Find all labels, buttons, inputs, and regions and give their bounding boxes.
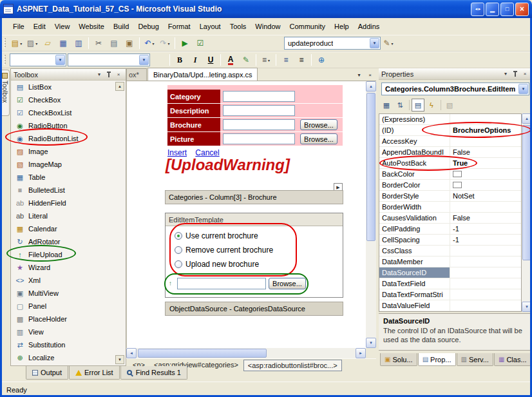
property-value[interactable]: [450, 278, 521, 289]
property-value[interactable]: [450, 202, 521, 212]
scroll-down-button[interactable]: ▼: [366, 338, 376, 348]
document-tab-active[interactable]: BinaryData/Upd...leting.aspx.cs: [147, 68, 258, 81]
alphabetical-button[interactable]: ⇅: [394, 99, 406, 111]
window-menu-button[interactable]: ▾: [95, 70, 104, 79]
menu-item-community[interactable]: Community: [285, 19, 330, 34]
property-row-cellspacing[interactable]: CellSpacing-1: [379, 235, 521, 246]
toolbox-item-radiobutton[interactable]: ◉RadioButton: [11, 119, 126, 132]
property-value[interactable]: False: [450, 213, 521, 223]
property-row-accesskey[interactable]: AccessKey: [379, 136, 521, 147]
close-panel-button[interactable]: ×: [520, 70, 529, 79]
browse-button[interactable]: Browse...: [300, 119, 337, 130]
panel-tab-solu[interactable]: ▣Solu...: [380, 353, 417, 366]
font-combo[interactable]: ▼: [68, 53, 150, 66]
toolbox-item-hiddenfield[interactable]: abHiddenField: [11, 197, 126, 209]
toolbox-item-placeholder[interactable]: ▩PlaceHolder: [11, 313, 126, 325]
property-row-appenddataboundi[interactable]: AppendDataBoundIFalse: [379, 147, 521, 158]
toolbox-item-image[interactable]: ▨Image: [11, 145, 126, 158]
bulleted-list-button[interactable]: ≡: [294, 53, 309, 66]
property-value[interactable]: -1: [450, 224, 521, 234]
property-value[interactable]: -1: [450, 235, 521, 245]
scroll-right-button[interactable]: ►: [356, 348, 366, 358]
font-color-button[interactable]: A: [223, 53, 238, 66]
chevron-down-icon[interactable]: ▼: [370, 38, 379, 48]
vertical-scrollbar[interactable]: ▲ ▼: [366, 81, 376, 348]
menu-item-layout[interactable]: Layout: [195, 19, 225, 34]
bottom-tab-output[interactable]: Output: [26, 366, 68, 380]
menu-item-window[interactable]: Window: [251, 19, 285, 34]
property-row-backcolor[interactable]: BackColor: [379, 169, 521, 180]
new-website-button[interactable]: ▤▾: [10, 37, 24, 50]
property-value[interactable]: [450, 257, 521, 267]
toolbox-item-checkboxlist[interactable]: ☑CheckBoxList: [11, 106, 126, 119]
property-row-expressions[interactable]: (Expressions): [379, 114, 521, 125]
scroll-down-button[interactable]: ▼: [115, 355, 124, 364]
window-menu-button[interactable]: ▾: [501, 70, 510, 79]
field-textbox[interactable]: [223, 119, 295, 130]
toolbox-item-literal[interactable]: abLiteral: [11, 209, 126, 222]
field-textbox[interactable]: [223, 105, 295, 116]
toolbox-item-table[interactable]: ▦Table: [11, 171, 126, 184]
property-value[interactable]: False: [450, 147, 521, 157]
panel-tab-serv[interactable]: ▥Serv...: [457, 353, 493, 366]
property-value[interactable]: [450, 246, 521, 256]
toolbox-item-substitution[interactable]: ⇄Substitution: [11, 338, 126, 351]
panel-tab-clas[interactable]: ▦Clas...: [494, 353, 531, 366]
undo-button[interactable]: ↶▾: [142, 37, 157, 50]
property-row-id[interactable]: (ID)BrochureOptions: [379, 125, 521, 136]
menu-item-debug[interactable]: Debug: [133, 19, 163, 34]
menu-item-edit[interactable]: Edit: [29, 19, 50, 34]
scrollbar-thumb[interactable]: [138, 349, 267, 358]
add-item-button[interactable]: ▨▾: [25, 37, 39, 50]
menu-item-format[interactable]: Format: [164, 19, 195, 34]
toolbox-item-calendar[interactable]: ▦Calendar: [11, 222, 126, 235]
events-button[interactable]: ϟ: [425, 99, 438, 111]
chevron-down-icon[interactable]: ▼: [518, 84, 528, 94]
toolbox-item-xml[interactable]: <>Xml: [11, 274, 126, 287]
close-panel-button[interactable]: ×: [114, 70, 123, 79]
property-value[interactable]: [450, 114, 521, 124]
toolbox-item-radiobuttonlist[interactable]: ◉RadioButtonList: [11, 132, 126, 145]
toolbox-item-checkbox[interactable]: ☑CheckBox: [11, 93, 126, 106]
property-value[interactable]: [450, 136, 521, 146]
radio-option-upload-new-brochure[interactable]: Upload new brochure: [175, 257, 273, 271]
close-button[interactable]: ×: [515, 3, 529, 16]
radio-option-remove-current-brochure[interactable]: Remove current brochure: [175, 243, 273, 257]
toolbar-combobox[interactable]: updateproduct ▼: [284, 37, 381, 50]
property-row-datavaluefield[interactable]: DataValueField: [379, 300, 521, 311]
toolbox-item-imagemap[interactable]: ▧ImageMap: [11, 158, 126, 171]
menu-item-help[interactable]: Help: [330, 19, 354, 34]
toolbox-item-listbox[interactable]: ▤ListBox: [11, 81, 126, 93]
property-row-cellpadding[interactable]: CellPadding-1: [379, 224, 521, 235]
close-document-button[interactable]: ×: [365, 70, 375, 79]
save-button[interactable]: ▦: [56, 37, 70, 50]
menu-item-tools[interactable]: Tools: [225, 19, 251, 34]
property-value[interactable]: [450, 289, 521, 300]
property-value[interactable]: BrochureOptions: [450, 125, 521, 135]
menu-item-view[interactable]: View: [50, 19, 75, 34]
property-row-causesvalidation[interactable]: CausesValidationFalse: [379, 213, 521, 224]
toolbox-item-multiview[interactable]: ▣MultiView: [11, 287, 126, 300]
toolbar-grip[interactable]: [4, 38, 6, 48]
property-value[interactable]: NotSet: [450, 191, 521, 201]
property-value[interactable]: [450, 169, 521, 179]
menu-item-addins[interactable]: Addins: [354, 19, 385, 34]
property-row-borderstyle[interactable]: BorderStyleNotSet: [379, 191, 521, 202]
window-arrange-button[interactable]: ◄►: [471, 3, 484, 16]
property-pages-button[interactable]: ▧: [443, 99, 456, 111]
property-row-cssclass[interactable]: CssClass: [379, 246, 521, 257]
template-header[interactable]: EditItemTemplate: [166, 213, 343, 226]
toolbox-item-wizard[interactable]: ★Wizard: [11, 261, 126, 274]
fileupload-browse-button[interactable]: Browse...: [269, 278, 306, 289]
objectdatasource-control[interactable]: ObjectDataSource - CategoriesDataSource: [165, 302, 343, 316]
document-list-button[interactable]: ▾: [354, 70, 364, 79]
field-textbox[interactable]: [223, 91, 295, 102]
radio-option-use-current-brochure[interactable]: Use current brochure: [175, 229, 273, 243]
toolbox-item-adrotator[interactable]: ↻AdRotator: [11, 235, 126, 248]
property-value[interactable]: [450, 180, 521, 190]
menu-item-file[interactable]: File: [8, 19, 29, 34]
properties-view-button[interactable]: ▤: [412, 99, 424, 111]
property-row-autopostback[interactable]: AutoPostBackTrue: [379, 158, 521, 169]
hyperlink-button[interactable]: ⊕: [314, 53, 328, 66]
property-row-borderwidth[interactable]: BorderWidth: [379, 202, 521, 213]
